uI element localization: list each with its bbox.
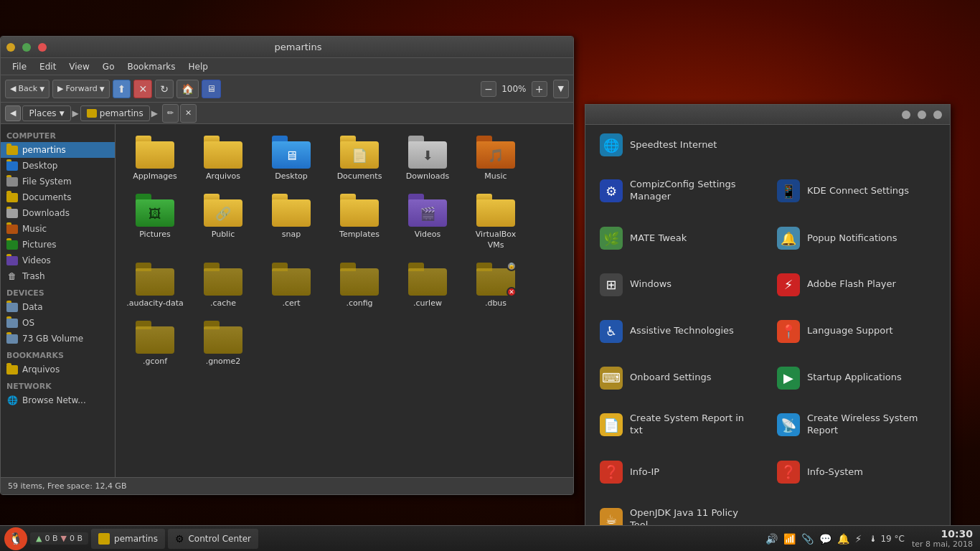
cc-item-compiz[interactable]: ⚙ CompizConfig Settings Manager xyxy=(593,169,765,213)
taskbar-network-monitor[interactable]: ▲ 0 B ▼ 0 B xyxy=(30,532,88,545)
menu-bookmarks[interactable]: Bookmarks xyxy=(121,60,181,73)
sidebar-network-label: Browse Netw... xyxy=(22,395,86,405)
cc-label-info-ip: Info-IP xyxy=(630,466,659,479)
clock-time: 10:30 xyxy=(912,528,973,540)
taskbar-app-control-center[interactable]: ⚙ Control Center xyxy=(168,529,258,549)
cc-item-mate[interactable]: 🌿 MATE Tweak xyxy=(593,217,765,260)
places-button[interactable]: Places ▼ xyxy=(22,105,70,121)
cc-item-info-system[interactable]: ❓ Info-System xyxy=(770,451,943,494)
file-item-public[interactable]: 🔗 Public xyxy=(191,189,255,255)
file-item-music[interactable]: 🎵 Music xyxy=(463,131,528,186)
sidebar-item-os[interactable]: OS xyxy=(1,315,115,331)
file-item-arquivos[interactable]: Arquivos xyxy=(191,131,255,186)
cc-label-onboard: Onboard Settings xyxy=(630,372,711,384)
cc-item-kde[interactable]: 📱 KDE Connect Settings xyxy=(770,169,943,213)
minimize-button[interactable] xyxy=(6,43,15,52)
computer-button[interactable]: 🖥 xyxy=(202,80,221,98)
file-item-templates[interactable]: Templates xyxy=(327,189,392,255)
back-button[interactable]: ◀ Back ▼ xyxy=(5,80,50,98)
file-item-gconf[interactable]: .gconf xyxy=(123,316,187,371)
maximize-button[interactable] xyxy=(22,43,31,52)
back-dropdown-icon[interactable]: ▼ xyxy=(39,85,44,93)
taskbar-app-pemartins[interactable]: pemartins xyxy=(91,529,165,549)
file-item-gnome2[interactable]: .gnome2 xyxy=(191,316,255,371)
menu-go[interactable]: Go xyxy=(97,60,121,73)
zoom-out-button[interactable]: − xyxy=(481,81,496,97)
file-item-cache[interactable]: .cache xyxy=(191,258,255,313)
cc-item-wireless[interactable]: 📡 Create Wireless System Report xyxy=(770,403,943,447)
file-item-documents[interactable]: 📄 Documents xyxy=(327,131,392,186)
menu-help[interactable]: Help xyxy=(183,60,214,73)
edit-location-button[interactable]: ✏ xyxy=(162,104,179,123)
file-item-snap[interactable]: snap xyxy=(259,189,324,255)
systray-power-icon[interactable]: ⚡ xyxy=(855,533,862,545)
file-item-downloads[interactable]: ⬇ Downloads xyxy=(395,131,460,186)
systray-paper-icon[interactable]: 📎 xyxy=(801,533,814,545)
sidebar-item-music[interactable]: Music xyxy=(1,221,115,237)
menu-file[interactable]: File xyxy=(6,60,32,73)
sidebar-item-trash[interactable]: 🗑 Trash xyxy=(1,268,115,284)
temperature-widget[interactable]: 🌡 19 °C xyxy=(869,534,904,544)
menu-view[interactable]: View xyxy=(63,60,95,73)
sidebar-item-pemartins[interactable]: pemartins xyxy=(1,142,115,158)
home-button[interactable]: 🏠 xyxy=(176,80,199,98)
file-item-audacity-data[interactable]: .audacity-data xyxy=(123,258,187,313)
file-manager-window: pemartins File Edit View Go Bookmarks He… xyxy=(0,36,574,495)
sidebar-item-pictures[interactable]: Pictures xyxy=(1,237,115,253)
up-button[interactable]: ⬆ xyxy=(113,80,131,98)
close-button[interactable] xyxy=(38,43,47,52)
forward-dropdown-icon[interactable]: ▼ xyxy=(100,85,105,93)
ubuntu-menu-button[interactable]: 🐧 xyxy=(4,527,27,550)
sidebar-item-73gb[interactable]: 73 GB Volume xyxy=(1,331,115,347)
sidebar-item-desktop[interactable]: Desktop xyxy=(1,158,115,174)
cc-item-startup[interactable]: ▶ Startup Applications xyxy=(770,357,943,399)
systray-sound-icon[interactable]: 🔊 xyxy=(765,533,778,545)
sidebar-item-browse-network[interactable]: 🌐 Browse Netw... xyxy=(1,392,115,408)
stop-button[interactable]: ✕ xyxy=(133,80,152,98)
systray-bell-icon[interactable]: 🔔 xyxy=(837,533,849,545)
clock-widget[interactable]: 10:30 ter 8 mai, 2018 xyxy=(912,528,973,549)
file-item-dbus[interactable]: 🔒 ✕ .dbus xyxy=(463,258,528,313)
sidebar-item-arquivos[interactable]: Arquivos xyxy=(1,362,115,377)
menu-edit[interactable]: Edit xyxy=(34,60,62,73)
file-item-desktop[interactable]: 🖥 Desktop xyxy=(259,131,324,186)
cc-close-btn[interactable] xyxy=(933,110,942,119)
file-label-public: Public xyxy=(212,230,235,240)
file-item-curlew[interactable]: .curlew xyxy=(395,258,460,313)
sidebar: Computer pemartins Desktop File System xyxy=(1,124,116,477)
zoom-in-button[interactable]: + xyxy=(532,81,547,97)
cc-item-report[interactable]: 📄 Create System Report in txt xyxy=(593,403,765,447)
sidebar-music-label: Music xyxy=(22,224,47,234)
file-item-appimages[interactable]: AppImages xyxy=(123,131,187,186)
cc-item-speedtest[interactable]: 🌐 Speedtest Internet xyxy=(593,128,943,162)
cc-minimize-btn[interactable] xyxy=(902,110,910,119)
cc-item-popup[interactable]: 🔔 Popup Notifications xyxy=(770,217,943,260)
file-item-config[interactable]: .config xyxy=(327,258,392,313)
breadcrumb-nav-back[interactable]: ◀ xyxy=(5,105,21,121)
file-item-videos[interactable]: 🎬 Videos xyxy=(395,189,460,255)
cc-item-info-ip[interactable]: ❓ Info-IP xyxy=(593,451,765,494)
file-item-pictures[interactable]: 🖼 Pictures xyxy=(123,189,187,255)
cc-maximize-btn[interactable] xyxy=(918,110,926,119)
file-label-appimages: AppImages xyxy=(133,171,177,182)
systray-network-icon[interactable]: 📶 xyxy=(783,533,796,545)
sidebar-item-data[interactable]: Data xyxy=(1,299,115,315)
cc-item-onboard[interactable]: ⌨ Onboard Settings xyxy=(593,357,765,399)
systray-chat-icon[interactable]: 💬 xyxy=(819,533,831,545)
sidebar-item-documents[interactable]: Documents xyxy=(1,189,115,205)
cc-item-flash[interactable]: ⚡ Adobe Flash Player xyxy=(770,263,943,306)
cc-item-language[interactable]: 📍 Language Support xyxy=(770,310,943,352)
close-path-button[interactable]: ✕ xyxy=(180,104,197,123)
sidebar-item-filesystem[interactable]: File System xyxy=(1,174,115,189)
cc-item-assistive[interactable]: ♿ Assistive Technologies xyxy=(593,310,765,352)
forward-button[interactable]: ▶ Forward ▼ xyxy=(52,80,110,98)
view-options-button[interactable]: ▼ xyxy=(553,80,569,98)
sidebar-item-videos[interactable]: Videos xyxy=(1,253,115,268)
sidebar-item-downloads[interactable]: Downloads xyxy=(1,205,115,221)
reload-button[interactable]: ↻ xyxy=(155,80,174,98)
file-item-cert[interactable]: .cert xyxy=(259,258,324,313)
file-item-virtualbox[interactable]: VirtualBox VMs xyxy=(463,189,528,255)
sidebar-pemartins-icon xyxy=(6,144,18,156)
cc-item-windows[interactable]: ⊞ Windows xyxy=(593,263,765,306)
breadcrumb-current-folder[interactable]: pemartins xyxy=(80,105,150,121)
